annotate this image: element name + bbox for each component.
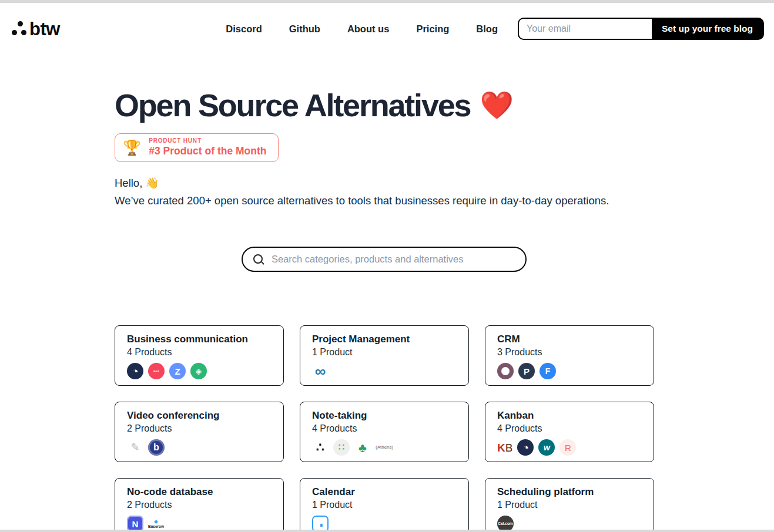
category-count: 3 Products (497, 347, 642, 358)
category-card[interactable]: Business communication 4 Products ◔•••Z◈ (115, 325, 284, 386)
coral-chat-bubble-logo-icon: ••• (148, 363, 165, 379)
category-card[interactable]: Calendar 1 Product ▗ (300, 478, 469, 532)
kb-letters-logo-icon: KB (497, 439, 512, 456)
product-hunt-badge[interactable]: 🏆 PRODUCT HUNT #3 Product of the Month (115, 133, 279, 162)
teal-w-logo-icon: w (538, 439, 555, 456)
category-title: Video conferencing (127, 409, 272, 422)
navy-gauge-logo-icon: ◔ (127, 363, 143, 379)
email-input[interactable] (519, 19, 652, 39)
search-bar[interactable] (242, 247, 527, 272)
badge-text: PRODUCT HUNT #3 Product of the Month (149, 137, 266, 157)
category-card[interactable]: Project Management 1 Product ∞ (300, 325, 469, 386)
coral-r-ring-logo-icon: R (559, 439, 576, 456)
search-icon (253, 254, 263, 264)
category-card[interactable]: Kanban 4 Products KB◔wR (485, 402, 654, 462)
category-title: Note-taking (312, 409, 457, 422)
brand-logo[interactable]: btw (12, 20, 60, 38)
page-title: Open Source Alternatives ❤️ (115, 88, 656, 123)
badge-eyebrow: PRODUCT HUNT (149, 137, 266, 144)
window-bottom-edge (0, 530, 774, 532)
category-title: Kanban (497, 409, 642, 422)
athens-text-logo-icon: (Athens) (376, 439, 393, 456)
nav-link-discord[interactable]: Discord (226, 23, 262, 35)
category-count: 1 Product (497, 500, 642, 510)
green-squares-logo-icon: ∷ (333, 439, 350, 456)
search-input[interactable] (270, 253, 516, 265)
category-count: 1 Product (312, 500, 457, 510)
header: btw DiscordGithubAbout usPricingBlog Set… (0, 3, 774, 55)
category-title: No-code database (127, 486, 272, 498)
description: We’ve curated 200+ open source alternati… (115, 193, 656, 209)
brand-dots-icon (12, 21, 28, 37)
category-count: 2 Products (127, 500, 272, 510)
heart-emoji: ❤️ (480, 90, 513, 120)
wave-emoji: 👋 (145, 177, 159, 189)
navy-b-logo-icon: b (148, 439, 165, 456)
category-count: 2 Products (127, 423, 272, 434)
brand-name: btw (29, 20, 60, 38)
category-card[interactable]: No-code database 2 Products N◆Baserow (115, 478, 284, 532)
three-dots-logo-icon: ∴ (312, 439, 329, 456)
category-title: Scheduling platform (497, 486, 642, 498)
blue-z-logo-icon: Z (169, 363, 186, 379)
green-mascot-logo-icon: ♣ (354, 439, 371, 456)
blue-f-logo-icon: F (540, 363, 556, 379)
badge-label: #3 Product of the Month (149, 145, 266, 157)
gray-sketch-logo-icon: ✎ (127, 439, 143, 456)
category-icons: ◔•••Z◈ (127, 363, 272, 379)
category-count: 4 Products (497, 423, 642, 434)
category-card[interactable]: Scheduling platform 1 Product Cal.com (485, 478, 654, 532)
nav-link-pricing[interactable]: Pricing (416, 23, 449, 35)
nav-link-blog[interactable]: Blog (476, 23, 498, 35)
category-icons: ∴∷♣(Athens) (312, 439, 457, 456)
purple-ring-logo-icon (497, 363, 514, 379)
blue-infinity-logo-icon: ∞ (312, 363, 329, 379)
category-icons: ✎b (127, 439, 272, 456)
category-icons: KB◔wR (497, 439, 642, 456)
category-icons: ∞ (312, 363, 457, 379)
nav-link-about-us[interactable]: About us (347, 23, 390, 35)
category-title: Business communication (127, 333, 272, 345)
greeting: Hello, 👋 (115, 175, 656, 191)
baserow-logo-icon: ◆Baserow (148, 519, 164, 529)
navy-gauge-logo-icon: ◔ (517, 439, 534, 456)
category-card[interactable]: Note-taking 4 Products ∴∷♣(Athens) (300, 402, 469, 462)
main-nav: DiscordGithubAbout usPricingBlog (226, 23, 498, 35)
page-title-text: Open Source Alternatives (115, 88, 470, 123)
category-title: Project Management (312, 333, 457, 345)
green-loop-logo-icon: ◈ (190, 363, 207, 379)
category-title: CRM (497, 333, 642, 345)
categories-grid: Business communication 4 Products ◔•••Z◈… (115, 325, 656, 532)
signup-button[interactable]: Set up your free blog (652, 19, 763, 39)
category-icons: PF (497, 363, 642, 379)
main-content: Open Source Alternatives ❤️ 🏆 PRODUCT HU… (115, 88, 656, 532)
category-card[interactable]: Video conferencing 2 Products ✎b (115, 402, 284, 462)
category-title: Calendar (312, 486, 457, 498)
greeting-text: Hello, (115, 177, 142, 189)
category-count: 1 Product (312, 347, 457, 358)
category-count: 4 Products (127, 347, 272, 358)
category-count: 4 Products (312, 423, 457, 434)
signup-form: Set up your free blog (518, 18, 764, 40)
page: btw DiscordGithubAbout usPricingBlog Set… (0, 3, 774, 532)
trophy-icon: 🏆 (123, 140, 141, 155)
nav-link-github[interactable]: Github (289, 23, 320, 35)
navy-p-logo-icon: P (518, 363, 535, 379)
category-card[interactable]: CRM 3 Products PF (485, 325, 654, 386)
